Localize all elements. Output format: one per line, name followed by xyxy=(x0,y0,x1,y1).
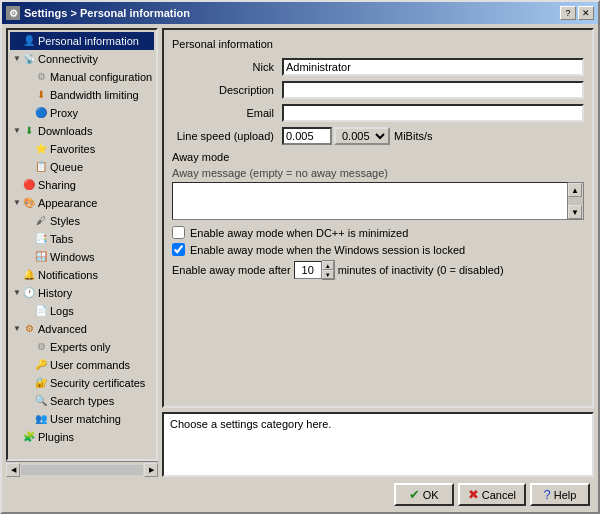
cancel-label: Cancel xyxy=(482,489,516,501)
scroll-down-button[interactable]: ▼ xyxy=(568,205,582,219)
sidebar-item-manual-config[interactable]: ⚙ Manual configuration xyxy=(10,68,154,86)
tree-arrow-conn: ▼ xyxy=(12,52,22,66)
sidebar-label-bandwidth: Bandwidth limiting xyxy=(50,87,139,103)
sidebar-item-search-types[interactable]: 🔍 Search types xyxy=(10,392,154,410)
line-speed-row: Line speed (upload) 0.005 0.01 0.1 1 10 … xyxy=(172,127,584,145)
scroll-up-button[interactable]: ▲ xyxy=(568,183,582,197)
advanced-icon: ⚙ xyxy=(22,322,36,336)
tree-arrow-plug xyxy=(12,430,22,444)
form-panel-title: Personal information xyxy=(172,38,584,50)
tree-arrow-pi xyxy=(12,34,22,48)
tree-arrow-hist: ▼ xyxy=(12,286,22,300)
tree-arrow-logs xyxy=(24,304,34,318)
sidebar-item-history[interactable]: ▼ 🕐 History xyxy=(10,284,154,302)
speed-unit: MiBits/s xyxy=(394,130,433,142)
help-button[interactable]: ? Help xyxy=(530,483,590,506)
history-icon: 🕐 xyxy=(22,286,36,300)
scroll-thumb xyxy=(568,197,583,205)
sidebar-label-plugins: Plugins xyxy=(38,429,74,445)
away-msg-hint: Away message (empty = no away message) xyxy=(172,167,584,179)
help-titlebar-button[interactable]: ? xyxy=(560,6,576,20)
sidebar-item-security[interactable]: 🔐 Security certificates xyxy=(10,374,154,392)
sidebar-item-sharing[interactable]: 🔴 Sharing xyxy=(10,176,154,194)
tree-arrow-bw xyxy=(24,88,34,102)
line-speed-input[interactable] xyxy=(282,127,332,145)
sidebar-item-user-commands[interactable]: 🔑 User commands xyxy=(10,356,154,374)
hscroll-left-button[interactable]: ◀ xyxy=(6,463,20,477)
nick-row: Nick xyxy=(172,58,584,76)
hscroll-track xyxy=(21,465,143,475)
spinner-up-button[interactable]: ▲ xyxy=(322,261,334,270)
hscroll-right-button[interactable]: ▶ xyxy=(144,463,158,477)
sidebar-item-connectivity[interactable]: ▼ 📡 Connectivity xyxy=(10,50,154,68)
sidebar-label-styles: Styles xyxy=(50,213,80,229)
sidebar-item-appearance[interactable]: ▼ 🎨 Appearance xyxy=(10,194,154,212)
sidebar-item-tabs[interactable]: 📑 Tabs xyxy=(10,230,154,248)
ok-icon: ✔ xyxy=(409,487,420,502)
help-label: Help xyxy=(554,489,577,501)
tree-arrow-queue xyxy=(24,160,34,174)
titlebar-icon: ⚙ xyxy=(6,6,20,20)
form-panel: Personal information Nick Description Em… xyxy=(162,28,594,408)
person-icon: 👤 xyxy=(22,34,36,48)
sidebar-item-downloads[interactable]: ▼ ⬇ Downloads xyxy=(10,122,154,140)
download-icon: ⬇ xyxy=(22,124,36,138)
sidebar-label-notifications: Notifications xyxy=(38,267,98,283)
sidebar-item-user-matching[interactable]: 👥 User matching xyxy=(10,410,154,428)
tree-arrow-st xyxy=(24,394,34,408)
sidebar-item-proxy[interactable]: 🔵 Proxy xyxy=(10,104,154,122)
ok-button[interactable]: ✔ OK xyxy=(394,483,454,506)
sidebar-label-experts: Experts only xyxy=(50,339,111,355)
nick-input[interactable] xyxy=(282,58,584,76)
sidebar-label-user-commands: User commands xyxy=(50,357,130,373)
sidebar-label-windows: Windows xyxy=(50,249,95,265)
tree-arrow-proxy xyxy=(24,106,34,120)
help-icon: ? xyxy=(544,487,551,502)
email-row: Email xyxy=(172,104,584,122)
away-locked-checkbox[interactable] xyxy=(172,243,185,256)
spinner-down-button[interactable]: ▼ xyxy=(322,270,334,279)
sidebar-label-sharing: Sharing xyxy=(38,177,76,193)
sidebar-item-logs[interactable]: 📄 Logs xyxy=(10,302,154,320)
sidebar-item-queue[interactable]: 📋 Queue xyxy=(10,158,154,176)
away-textarea-container: ▲ ▼ xyxy=(172,182,584,220)
away-locked-label: Enable away mode when the Windows sessio… xyxy=(190,244,465,256)
away-time-input[interactable] xyxy=(294,261,322,279)
sidebar: 👤 Personal information ▼ 📡 Connectivity … xyxy=(8,30,156,459)
sidebar-item-experts[interactable]: ⚙ Experts only xyxy=(10,338,154,356)
sidebar-item-favorites[interactable]: ⭐ Favorites xyxy=(10,140,154,158)
sidebar-label-security: Security certificates xyxy=(50,375,145,391)
away-message-input[interactable] xyxy=(172,182,568,220)
description-row: Description xyxy=(172,81,584,99)
close-titlebar-button[interactable]: ✕ xyxy=(578,6,594,20)
sidebar-item-advanced[interactable]: ▼ ⚙ Advanced xyxy=(10,320,154,338)
style-icon: 🖌 xyxy=(34,214,48,228)
away-time-prefix: Enable away mode after xyxy=(172,264,291,276)
away-minimized-checkbox[interactable] xyxy=(172,226,185,239)
tree-arrow-win xyxy=(24,250,34,264)
sidebar-item-notifications[interactable]: 🔔 Notifications xyxy=(10,266,154,284)
away-scrollbar: ▲ ▼ xyxy=(568,182,584,220)
sidebar-item-personal-information[interactable]: 👤 Personal information xyxy=(10,32,154,50)
sidebar-label-logs: Logs xyxy=(50,303,74,319)
sidebar-item-plugins[interactable]: 🧩 Plugins xyxy=(10,428,154,446)
cancel-button[interactable]: ✖ Cancel xyxy=(458,483,526,506)
away-locked-row: Enable away mode when the Windows sessio… xyxy=(172,243,584,256)
proxy-icon: 🔵 xyxy=(34,106,48,120)
line-speed-dropdown[interactable]: 0.005 0.01 0.1 1 10 xyxy=(334,127,390,145)
away-time-row: Enable away mode after ▲ ▼ minutes of in… xyxy=(172,260,584,280)
titlebar-buttons: ? ✕ xyxy=(560,6,594,20)
tab-icon: 📑 xyxy=(34,232,48,246)
email-input[interactable] xyxy=(282,104,584,122)
tree-arrow-tabs xyxy=(24,232,34,246)
sidebar-item-windows[interactable]: 🪟 Windows xyxy=(10,248,154,266)
description-input[interactable] xyxy=(282,81,584,99)
sidebar-hscroll: ◀ ▶ xyxy=(6,461,158,477)
info-panel: Choose a settings category here. xyxy=(162,412,594,477)
sidebar-item-bandwidth[interactable]: ⬇ Bandwidth limiting xyxy=(10,86,154,104)
email-label: Email xyxy=(172,107,282,119)
tree-arrow-notif xyxy=(12,268,22,282)
tree-arrow-adv: ▼ xyxy=(12,322,22,336)
sidebar-item-styles[interactable]: 🖌 Styles xyxy=(10,212,154,230)
titlebar-left: ⚙ Settings > Personal information xyxy=(6,6,190,20)
